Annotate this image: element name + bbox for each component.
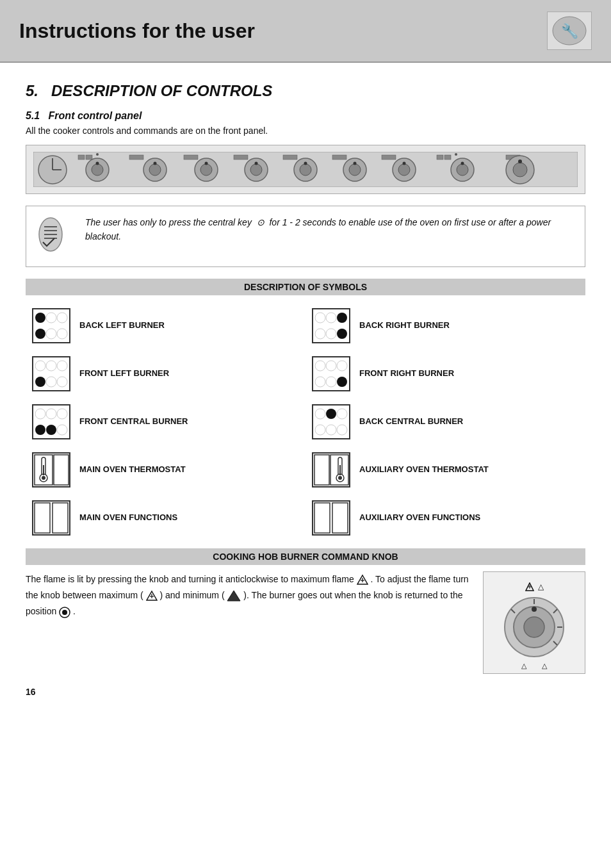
svg-rect-97 bbox=[43, 465, 44, 475]
front-central-burner-label: FRONT CENTRAL BURNER bbox=[79, 416, 188, 427]
symbol-row-front-left-burner: FRONT LEFT BURNER bbox=[26, 350, 306, 398]
auxiliary-oven-thermostat-icon bbox=[312, 452, 350, 487]
symbols-section-header: DESCRIPTION OF SYMBOLS bbox=[26, 279, 585, 295]
main-oven-thermostat-icon bbox=[32, 452, 70, 487]
svg-rect-112 bbox=[332, 503, 348, 533]
symbol-row-main-oven-functions: MAIN OVEN FUNCTIONS bbox=[26, 494, 306, 542]
svg-point-57 bbox=[57, 329, 67, 339]
section-title: 5. DESCRIPTION OF CONTROLS bbox=[26, 82, 585, 100]
svg-point-35 bbox=[403, 162, 406, 165]
knob-bottom-labels: △ △ bbox=[521, 662, 547, 670]
flame-label-left: △ bbox=[521, 662, 526, 670]
knob-assembly: △ △ bbox=[502, 595, 566, 670]
svg-point-66 bbox=[35, 361, 45, 371]
main-oven-functions-label: MAIN OVEN FUNCTIONS bbox=[79, 512, 177, 523]
knob-labels: △ bbox=[525, 582, 544, 591]
page-number: 16 bbox=[26, 687, 585, 697]
symbol-row-main-oven-thermostat: MAIN OVEN THERMOSTAT bbox=[26, 446, 306, 494]
note-text: The user has only to press the central k… bbox=[85, 215, 574, 244]
svg-rect-99 bbox=[54, 455, 69, 485]
cooking-hob-section-header: COOKING HOB BURNER COMMAND KNOB bbox=[26, 548, 585, 565]
svg-rect-6 bbox=[78, 155, 85, 160]
svg-point-18 bbox=[200, 164, 212, 176]
svg-point-78 bbox=[337, 377, 347, 387]
svg-point-54 bbox=[57, 313, 67, 323]
cooking-hob-text: The flame is lit by pressing the knob an… bbox=[26, 571, 470, 620]
svg-point-34 bbox=[398, 164, 410, 176]
svg-rect-24 bbox=[283, 155, 297, 160]
auxiliary-oven-thermostat-label: AUXILIARY OVEN THERMOSTAT bbox=[359, 464, 489, 475]
back-central-burner-label: BACK CENTRAL BURNER bbox=[359, 416, 463, 427]
back-left-burner-label: BACK LEFT BURNER bbox=[79, 320, 165, 331]
symbol-row-back-right-burner: BACK RIGHT BURNER bbox=[306, 302, 585, 350]
svg-point-74 bbox=[326, 361, 336, 371]
svg-point-87 bbox=[315, 409, 325, 419]
header-logo: 🔧 bbox=[547, 12, 592, 50]
symbols-grid: BACK LEFT BURNER BACK RIGHT BURNER bbox=[26, 302, 585, 542]
svg-rect-16 bbox=[184, 155, 198, 160]
svg-point-98 bbox=[42, 476, 45, 480]
back-right-burner-label: BACK RIGHT BURNER bbox=[359, 320, 450, 331]
triangle-max2-icon bbox=[146, 590, 158, 602]
symbol-row-front-right-burner: FRONT RIGHT BURNER bbox=[306, 350, 585, 398]
svg-rect-101 bbox=[314, 455, 329, 485]
control-panel-svg bbox=[33, 152, 578, 187]
svg-rect-20 bbox=[234, 155, 248, 160]
cooking-hob-content: The flame is lit by pressing the knob an… bbox=[26, 571, 585, 674]
back-right-burner-icon bbox=[312, 308, 350, 343]
svg-point-85 bbox=[57, 425, 67, 435]
triangle-max-icon bbox=[357, 574, 368, 585]
svg-rect-12 bbox=[129, 155, 143, 160]
svg-point-30 bbox=[349, 164, 361, 176]
auxiliary-oven-functions-label: AUXILIARY OVEN FUNCTIONS bbox=[359, 512, 480, 523]
svg-point-90 bbox=[315, 425, 325, 435]
back-central-burner-icon bbox=[312, 404, 350, 439]
svg-rect-32 bbox=[382, 155, 396, 160]
svg-rect-111 bbox=[314, 503, 330, 533]
control-panel-diagram bbox=[26, 145, 585, 194]
svg-point-45 bbox=[518, 160, 522, 163]
svg-rect-28 bbox=[332, 155, 346, 160]
svg-point-44 bbox=[513, 163, 527, 177]
main-content: 5. DESCRIPTION OF CONTROLS 5.1 Front con… bbox=[0, 63, 611, 716]
svg-point-106 bbox=[338, 476, 342, 480]
svg-point-41 bbox=[461, 162, 464, 165]
svg-point-92 bbox=[337, 425, 347, 435]
svg-point-61 bbox=[337, 313, 347, 323]
svg-text:🔧: 🔧 bbox=[561, 22, 579, 40]
auxiliary-oven-functions-icon bbox=[312, 500, 350, 536]
subsection-title: 5.1 Front control panel bbox=[26, 110, 585, 122]
svg-point-91 bbox=[326, 425, 336, 435]
svg-point-121 bbox=[62, 610, 67, 615]
subsection-text: All the cooker controls and commands are… bbox=[26, 126, 585, 136]
svg-point-67 bbox=[46, 361, 56, 371]
svg-point-81 bbox=[46, 409, 56, 419]
svg-point-140 bbox=[532, 607, 537, 612]
svg-point-89 bbox=[337, 409, 347, 419]
svg-point-71 bbox=[57, 377, 67, 387]
svg-point-23 bbox=[255, 162, 258, 165]
svg-point-77 bbox=[326, 377, 336, 387]
main-oven-thermostat-label: MAIN OVEN THERMOSTAT bbox=[79, 464, 186, 475]
svg-point-84 bbox=[46, 425, 56, 435]
flame-label-right: △ bbox=[542, 662, 547, 670]
svg-point-55 bbox=[35, 329, 45, 339]
back-left-burner-icon bbox=[32, 308, 70, 343]
logo-icon: 🔧 bbox=[550, 14, 589, 47]
page-header: Instructions for the user 🔧 bbox=[0, 0, 611, 63]
svg-point-19 bbox=[205, 162, 208, 165]
svg-point-53 bbox=[46, 313, 56, 323]
svg-point-73 bbox=[315, 361, 325, 371]
svg-point-38 bbox=[455, 153, 457, 156]
svg-point-26 bbox=[300, 164, 311, 176]
svg-point-52 bbox=[35, 313, 45, 323]
triangle-min-icon bbox=[227, 589, 241, 603]
svg-point-15 bbox=[154, 162, 157, 165]
symbol-row-auxiliary-oven-functions: AUXILIARY OVEN FUNCTIONS bbox=[306, 494, 585, 542]
front-left-burner-label: FRONT LEFT BURNER bbox=[79, 368, 169, 379]
svg-rect-108 bbox=[35, 503, 50, 533]
svg-point-62 bbox=[315, 329, 325, 339]
svg-point-83 bbox=[35, 425, 45, 435]
cooking-hob-diagram: △ bbox=[483, 571, 585, 674]
svg-point-64 bbox=[337, 329, 347, 339]
